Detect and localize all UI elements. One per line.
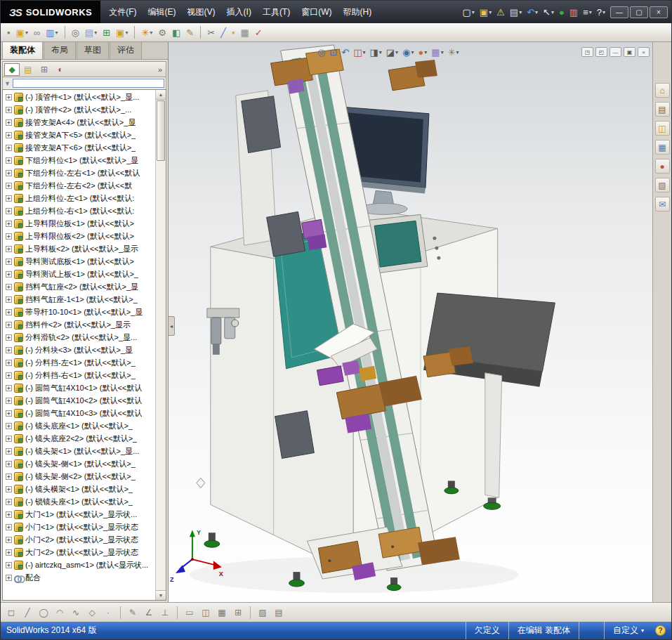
- command-tab[interactable]: 布局: [44, 41, 76, 59]
- expander-icon[interactable]: +: [6, 107, 12, 113]
- sketch-mirror-icon[interactable]: ◫: [198, 605, 213, 620]
- rebuild-warning-icon[interactable]: ⚠: [494, 3, 507, 21]
- addins-icon[interactable]: ▥: [567, 3, 580, 21]
- previous-view-icon[interactable]: ↶: [340, 46, 350, 58]
- print-icon[interactable]: ▤▾: [508, 3, 524, 21]
- menu-item[interactable]: 插入(I): [221, 1, 257, 23]
- tree-item[interactable]: + 接管支架A下<6> (默认<<默认>_: [3, 141, 155, 154]
- measure-icon[interactable]: ╱: [218, 25, 228, 40]
- menu-item[interactable]: 窗口(W): [296, 1, 337, 23]
- tree-item[interactable]: + (-) 镜头架-侧<2> (默认<<默认>_: [3, 470, 155, 483]
- tree-scrollbar[interactable]: ▲ ▼: [155, 90, 166, 600]
- interference-icon[interactable]: ▦: [239, 25, 251, 40]
- expander-icon[interactable]: +: [6, 511, 12, 518]
- sketch-grid-icon[interactable]: ▦: [214, 605, 230, 620]
- sketch-point-icon[interactable]: ∙: [100, 605, 116, 620]
- command-tab[interactable]: 评估: [110, 41, 142, 59]
- configurationmanager-tab-icon[interactable]: ⊞: [37, 63, 52, 76]
- open-folder-icon[interactable]: ▣▾: [114, 25, 130, 40]
- expander-icon[interactable]: +: [6, 562, 12, 568]
- view-settings-icon[interactable]: ▪: [5, 25, 13, 40]
- status-help-icon[interactable]: ?: [655, 625, 666, 636]
- tree-item[interactable]: + (-) 圆筒气缸4X10<3> (默认<<默认: [3, 407, 155, 419]
- filter-input[interactable]: [13, 79, 164, 88]
- sketch-rectangle-icon[interactable]: ▭: [182, 605, 197, 620]
- new-document-icon[interactable]: ▢▾: [461, 3, 477, 21]
- sketch-pattern-icon[interactable]: ⊞: [230, 605, 246, 620]
- expander-icon[interactable]: +: [6, 524, 12, 530]
- tree-item[interactable]: + (-) 分料挡-右<1> (默认<<默认>_: [3, 369, 155, 381]
- tree-item[interactable]: + 导料测试底板<1> (默认<<默认>: [3, 255, 155, 268]
- mass-properties-icon[interactable]: ▪: [230, 25, 237, 40]
- tree-item[interactable]: + (-) 顶管件<2> (默认<<默认>_...: [3, 103, 155, 116]
- expander-icon[interactable]: +: [6, 448, 12, 455]
- help-icon[interactable]: ?▾: [595, 3, 607, 21]
- tree-item[interactable]: + (-) 分料块<3> (默认<<默认>_显: [3, 344, 155, 356]
- options-icon[interactable]: ≡▾: [581, 3, 594, 21]
- custom-menu[interactable]: 自定义 ▾: [604, 622, 652, 639]
- doc-close-icon[interactable]: ×: [638, 47, 650, 57]
- tree-item[interactable]: + (-) 圆筒气缸4X10<2> (默认<<默认: [3, 394, 155, 407]
- sketch-select-icon[interactable]: ◻: [4, 605, 19, 620]
- appearances-icon[interactable]: ●: [655, 159, 670, 174]
- expander-icon[interactable]: +: [6, 322, 12, 328]
- sketch-dimension-icon[interactable]: ∠: [141, 605, 157, 620]
- expander-icon[interactable]: +: [6, 360, 12, 366]
- expander-icon[interactable]: +: [6, 145, 12, 151]
- edit-component-icon[interactable]: ✎: [184, 25, 196, 40]
- tree-item[interactable]: + 接管支架A下<5> (默认<<默认>_: [3, 129, 155, 141]
- tree-item[interactable]: + 小门<2> (默认<<默认>_显示状态: [3, 533, 155, 546]
- expander-icon[interactable]: +: [6, 259, 12, 265]
- displaymanager-tab-icon[interactable]: ◐: [53, 63, 68, 76]
- expander-icon[interactable]: +: [6, 157, 12, 164]
- sketch-pencil-icon[interactable]: ✎: [125, 605, 140, 620]
- tree-item[interactable]: + (-) 镜头架<1> (默认<<默认>_显...: [3, 445, 155, 457]
- close-button[interactable]: ×: [650, 6, 668, 18]
- section-view-icon[interactable]: ◫▾: [352, 46, 367, 58]
- tree-item[interactable]: + (-) 镜头底座<1> (默认<<默认>_: [3, 419, 155, 432]
- expander-icon[interactable]: +: [6, 309, 12, 315]
- menu-item[interactable]: 工具(T): [257, 1, 296, 23]
- tree-item[interactable]: + (-) 分料挡-左<1> (默认<<默认>_: [3, 356, 155, 369]
- scroll-up-icon[interactable]: ▲: [156, 90, 166, 100]
- graphics-area[interactable]: Y X Z ◎ ⊡ ↶ ◫▾: [169, 42, 652, 602]
- tree-item[interactable]: + 配合: [3, 571, 155, 584]
- tree-item[interactable]: + (-) 镜头架-侧<1> (默认<<默认>_: [3, 457, 155, 470]
- scroll-thumb[interactable]: [157, 100, 165, 161]
- tree-item[interactable]: + 下组分料位-左右<2> (默认<<默: [3, 179, 155, 192]
- hide-show-items-icon[interactable]: ◉▾: [401, 46, 415, 58]
- tree-item[interactable]: + 上组分料位-右<1> (默认<<默认:: [3, 204, 155, 217]
- tree-item[interactable]: + 导料测试上板<1> (默认<<默认>_: [3, 268, 155, 280]
- expander-icon[interactable]: +: [6, 372, 12, 379]
- expander-icon[interactable]: +: [6, 474, 12, 480]
- expander-icon[interactable]: +: [6, 334, 12, 341]
- expander-icon[interactable]: +: [6, 537, 12, 543]
- mate-icon[interactable]: ⚙: [156, 25, 169, 40]
- expander-icon[interactable]: +: [6, 575, 12, 581]
- tree-item[interactable]: + 带导杆10-10<1> (默认<<默认>_显: [3, 306, 155, 318]
- tree-item[interactable]: + 挡料气缸座<2> (默认<<默认>_显: [3, 280, 155, 293]
- panel-collapse-icon[interactable]: ◂: [169, 316, 175, 336]
- tree-item[interactable]: + 下组分料位-左右<1> (默认<<默认: [3, 166, 155, 179]
- expander-icon[interactable]: +: [6, 436, 12, 442]
- expander-icon[interactable]: +: [6, 170, 12, 176]
- tree-item[interactable]: + (-) 锁镜头座<1> (默认<<默认>_: [3, 495, 155, 508]
- expander-icon[interactable]: +: [6, 94, 12, 100]
- tree-item[interactable]: + 挡料气缸座-1<1> (默认<<默认>_: [3, 293, 155, 306]
- tree-item[interactable]: + 大门<1> (默认<<默认>_显示状...: [3, 508, 155, 521]
- expander-icon[interactable]: +: [6, 183, 12, 189]
- expander-icon[interactable]: +: [6, 195, 12, 202]
- solidworks-resources-icon[interactable]: ⌂: [655, 83, 670, 98]
- display-style-icon[interactable]: ◪▾: [385, 46, 400, 58]
- sketch-polygon-icon[interactable]: ◇: [84, 605, 100, 620]
- tree-item[interactable]: + 挡料件<2> (默认<<默认>_显示: [3, 318, 155, 331]
- expander-icon[interactable]: +: [6, 208, 12, 214]
- tree-item[interactable]: + 上导料限位板<2> (默认<<默认>: [3, 230, 155, 242]
- tree-item[interactable]: + (-) 圆筒气缸4X10<1> (默认<<默认: [3, 381, 155, 394]
- edit-appearance-icon[interactable]: ●▾: [416, 46, 428, 58]
- expander-icon[interactable]: +: [6, 499, 12, 505]
- expander-icon[interactable]: +: [6, 271, 12, 277]
- tree-item[interactable]: + 下组分料位<1> (默认<<默认>_显: [3, 154, 155, 166]
- panel-overflow-icon[interactable]: »: [158, 65, 164, 74]
- open-recent-icon[interactable]: ▣▾: [14, 25, 30, 40]
